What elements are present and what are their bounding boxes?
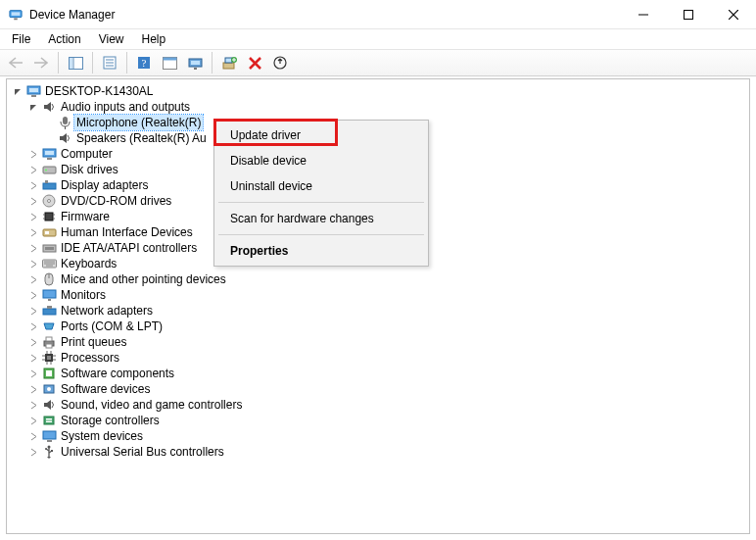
software-device-icon bbox=[41, 381, 57, 397]
tree-item-label: Software devices bbox=[59, 381, 152, 397]
forward-button[interactable] bbox=[29, 51, 53, 74]
chevron-right-icon[interactable] bbox=[28, 337, 39, 348]
chevron-right-icon[interactable] bbox=[28, 196, 39, 207]
chevron-right-icon[interactable] bbox=[28, 259, 39, 270]
tree-item-usb[interactable]: Universal Serial Bus controllers bbox=[11, 444, 749, 460]
help-button[interactable]: ? bbox=[132, 51, 156, 74]
chevron-right-icon[interactable] bbox=[28, 165, 39, 175]
minimize-button[interactable] bbox=[621, 0, 666, 29]
maximize-button[interactable] bbox=[666, 0, 711, 29]
tree-item-label: Audio inputs and outputs bbox=[59, 99, 192, 115]
disc-icon bbox=[41, 193, 57, 209]
menubar: File Action View Help bbox=[0, 29, 756, 49]
ctx-separator bbox=[218, 234, 424, 235]
tree-item-label: Speakers (Realtek(R) Au bbox=[74, 130, 209, 146]
tree-root[interactable]: DESKTOP-K1430AL bbox=[11, 83, 749, 99]
chevron-right-icon[interactable] bbox=[28, 212, 39, 222]
tree-item-sound[interactable]: Sound, video and game controllers bbox=[11, 397, 749, 413]
tree-item-label: Mice and other pointing devices bbox=[59, 271, 228, 287]
update-driver-button[interactable] bbox=[268, 51, 292, 74]
printer-icon bbox=[41, 334, 57, 350]
ctx-uninstall-device[interactable]: Uninstall device bbox=[216, 173, 426, 199]
svg-rect-21 bbox=[223, 63, 234, 69]
svg-point-76 bbox=[47, 387, 51, 391]
tree-item-audio[interactable]: Audio inputs and outputs bbox=[11, 99, 749, 115]
action-button[interactable] bbox=[158, 51, 181, 74]
tree-item-label: Monitors bbox=[59, 287, 108, 303]
tree-item-label: Print queues bbox=[59, 334, 128, 350]
chevron-right-icon[interactable] bbox=[28, 149, 39, 160]
microphone-icon bbox=[57, 115, 72, 130]
cpu-icon bbox=[41, 350, 57, 366]
chevron-right-icon[interactable] bbox=[28, 368, 39, 379]
svg-rect-79 bbox=[46, 421, 52, 423]
ctx-properties[interactable]: Properties bbox=[216, 238, 426, 264]
chevron-right-icon[interactable] bbox=[28, 416, 39, 426]
tree-item-print-queues[interactable]: Print queues bbox=[11, 334, 749, 350]
tree-item-storage[interactable]: Storage controllers bbox=[11, 413, 749, 428]
scan-hardware-button[interactable] bbox=[217, 51, 241, 74]
monitor-icon bbox=[41, 287, 57, 303]
chevron-down-icon[interactable] bbox=[13, 86, 24, 97]
tree-item-label: Firmware bbox=[59, 209, 112, 224]
back-button[interactable] bbox=[4, 51, 27, 74]
chevron-right-icon[interactable] bbox=[28, 243, 39, 254]
chevron-right-icon[interactable] bbox=[28, 227, 39, 238]
close-button[interactable] bbox=[711, 0, 756, 29]
svg-rect-85 bbox=[51, 450, 53, 452]
chevron-right-icon[interactable] bbox=[28, 321, 39, 332]
svg-rect-59 bbox=[47, 306, 52, 309]
tree-item-mice[interactable]: Mice and other pointing devices bbox=[11, 271, 749, 287]
tree-item-system-devices[interactable]: System devices bbox=[11, 428, 749, 444]
svg-rect-37 bbox=[43, 183, 56, 189]
chevron-right-icon[interactable] bbox=[28, 353, 39, 364]
network-icon bbox=[41, 303, 57, 319]
uninstall-button[interactable] bbox=[243, 51, 266, 74]
chevron-right-icon[interactable] bbox=[28, 274, 39, 285]
tree-item-software-components[interactable]: Software components bbox=[11, 366, 749, 381]
toolbar: ? bbox=[0, 49, 756, 76]
disk-icon bbox=[41, 162, 57, 177]
chevron-right-icon[interactable] bbox=[28, 447, 39, 458]
tree-item-label: Processors bbox=[59, 350, 121, 366]
chevron-down-icon[interactable] bbox=[28, 102, 39, 113]
menu-file[interactable]: File bbox=[4, 31, 38, 47]
menu-help[interactable]: Help bbox=[134, 31, 174, 47]
tree-item-software-devices[interactable]: Software devices bbox=[11, 381, 749, 397]
svg-rect-1 bbox=[12, 12, 21, 16]
view-button[interactable] bbox=[183, 51, 207, 74]
chevron-right-icon[interactable] bbox=[28, 306, 39, 317]
ctx-scan-hardware[interactable]: Scan for hardware changes bbox=[216, 206, 426, 231]
usb-icon bbox=[41, 444, 57, 460]
chevron-right-icon[interactable] bbox=[28, 400, 39, 411]
speaker-icon bbox=[57, 130, 72, 146]
chevron-right-icon[interactable] bbox=[28, 290, 39, 301]
svg-rect-17 bbox=[163, 57, 176, 60]
display-adapter-icon bbox=[41, 177, 57, 193]
svg-rect-41 bbox=[45, 213, 53, 221]
chevron-right-icon[interactable] bbox=[28, 431, 39, 442]
no-chevron bbox=[44, 118, 55, 128]
tree-item-monitors[interactable]: Monitors bbox=[11, 287, 749, 303]
svg-rect-78 bbox=[46, 418, 52, 420]
chevron-right-icon[interactable] bbox=[28, 180, 39, 191]
chevron-right-icon[interactable] bbox=[28, 384, 39, 395]
tree-item-label: Display adapters bbox=[59, 177, 150, 193]
menu-action[interactable]: Action bbox=[40, 31, 88, 47]
computer-icon bbox=[25, 83, 41, 99]
tree-item-processors[interactable]: Processors bbox=[11, 350, 749, 366]
tree-item-network[interactable]: Network adapters bbox=[11, 303, 749, 319]
menu-view[interactable]: View bbox=[91, 31, 132, 47]
svg-text:?: ? bbox=[142, 57, 147, 69]
svg-rect-77 bbox=[44, 417, 54, 424]
svg-rect-9 bbox=[70, 58, 72, 69]
chip-icon bbox=[41, 209, 57, 224]
system-icon bbox=[41, 428, 57, 444]
ctx-update-driver[interactable]: Update driver bbox=[216, 123, 426, 148]
show-hide-console-tree-button[interactable] bbox=[64, 51, 87, 74]
tree-item-ports[interactable]: Ports (COM & LPT) bbox=[11, 319, 749, 334]
ctx-disable-device[interactable]: Disable device bbox=[216, 148, 426, 173]
titlebar: Device Manager bbox=[0, 0, 756, 29]
properties-button[interactable] bbox=[98, 51, 121, 74]
tree-item-label: System devices bbox=[59, 428, 145, 444]
